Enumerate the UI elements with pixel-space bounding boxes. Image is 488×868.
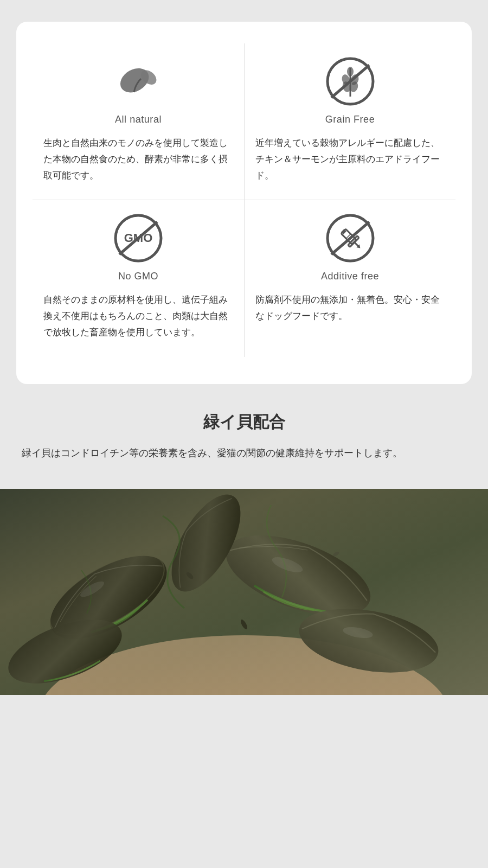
no-gmo-icon-area: GMO No GMO xyxy=(43,211,233,282)
green-mussel-section: 緑イ貝配合 緑イ貝はコンドロイチン等の栄養素を含み、愛猫の関節の健康維持をサポー… xyxy=(0,384,488,478)
no-gmo-description: 自然そのままの原材料を使用し、遺伝子組み換え不使用はもちろんのこと、肉類は大自然… xyxy=(43,292,233,340)
additive-free-label: Additive free xyxy=(321,271,379,282)
grain-free-description: 近年増えている穀物アレルギーに配慮した、チキン＆サーモンが主原料のエアドライフー… xyxy=(255,135,445,183)
additive-free-icon-area: Additive free xyxy=(255,211,445,282)
feature-grain-free: Grain Free 近年増えている穀物アレルギーに配慮した、チキン＆サーモンが… xyxy=(244,43,455,200)
all-natural-icon-area: All natural xyxy=(43,54,233,125)
feature-no-gmo: GMO No GMO 自然そのままの原材料を使用し、遺伝子組み換え不使用はもちろ… xyxy=(33,200,244,356)
grain-free-icon-area: Grain Free xyxy=(255,54,445,125)
mussel-image xyxy=(0,489,488,695)
mussel-image-section xyxy=(0,489,488,695)
additive-free-icon xyxy=(323,211,377,265)
page-wrapper: All natural 生肉と自然由来のモノのみを使用して製造した本物の自然食の… xyxy=(0,22,488,695)
green-mussel-description: 緑イ貝はコンドロイチン等の栄養素を含み、愛猫の関節の健康維持をサポートします。 xyxy=(22,444,466,462)
additive-free-description: 防腐剤不使用の無添加・無着色。安心・安全なドッグフードです。 xyxy=(255,292,445,324)
all-natural-label: All natural xyxy=(115,114,162,125)
features-grid: All natural 生肉と自然由来のモノのみを使用して製造した本物の自然食の… xyxy=(33,43,455,357)
all-natural-description: 生肉と自然由来のモノのみを使用して製造した本物の自然食のため、酵素が非常に多く摂… xyxy=(43,135,233,183)
mussel-illustration xyxy=(0,489,488,695)
svg-line-22 xyxy=(331,222,369,254)
svg-point-8 xyxy=(347,67,354,76)
feature-additive-free: Additive free 防腐剤不使用の無添加・無着色。安心・安全なドッグフー… xyxy=(244,200,455,356)
no-gmo-icon: GMO xyxy=(111,211,165,265)
feature-all-natural: All natural 生肉と自然由来のモノのみを使用して製造した本物の自然食の… xyxy=(33,43,244,200)
features-card: All natural 生肉と自然由来のモノのみを使用して製造した本物の自然食の… xyxy=(16,22,472,384)
green-mussel-title: 緑イ貝配合 xyxy=(22,411,466,433)
grain-free-label: Grain Free xyxy=(325,114,375,125)
leaf-icon xyxy=(111,54,165,108)
grain-free-icon xyxy=(323,54,377,108)
no-gmo-label: No GMO xyxy=(118,271,158,282)
